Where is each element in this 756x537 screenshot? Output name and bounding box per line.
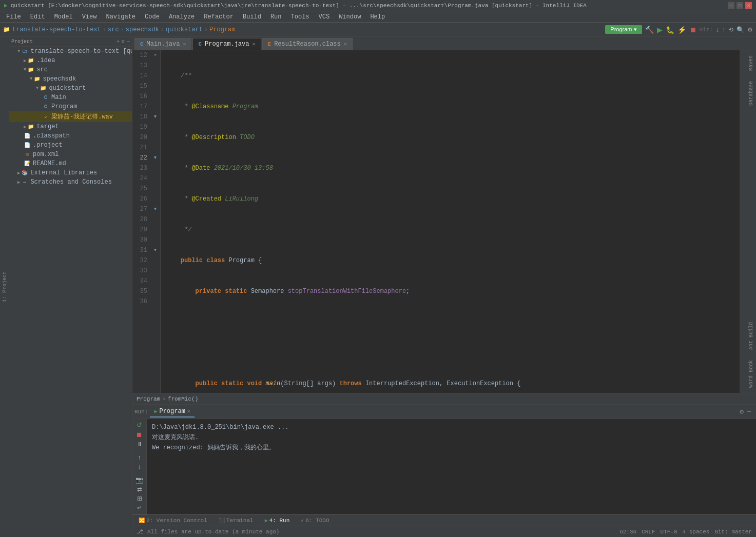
project-panel-label[interactable]: 1: Project	[1, 266, 9, 307]
menu-view[interactable]: View	[78, 12, 101, 22]
expand-button[interactable]: ⊞	[134, 495, 145, 502]
breadcrumb-from-mic[interactable]: fromMic()	[168, 396, 198, 402]
maximize-button[interactable]: □	[736, 2, 743, 9]
menu-model[interactable]: Model	[50, 12, 77, 22]
tree-item-quickstart[interactable]: ▼ 📁 quickstart	[9, 84, 132, 93]
arrow-idea: ▶	[24, 58, 26, 64]
tool-version-control[interactable]: 🔀 2: Version Control	[134, 516, 211, 525]
panel-word-book[interactable]: Word Book	[747, 355, 755, 393]
tree-item-dotproject[interactable]: 📄 .project	[9, 141, 132, 150]
panel-maven[interactable]: Maven	[747, 50, 755, 76]
status-encoding[interactable]: UTF-8	[661, 529, 677, 535]
tree-collapse-btn[interactable]: ─	[127, 39, 130, 45]
tab-result-reason[interactable]: E ResultReason.class ✕	[262, 38, 353, 50]
run-tab-close[interactable]: ✕	[187, 408, 190, 414]
menu-file[interactable]: File	[2, 12, 25, 22]
breadcrumb-speechsdk[interactable]: speechsdk	[126, 26, 159, 33]
tree-item-src[interactable]: ▼ 📁 src	[9, 65, 132, 74]
tree-settings-btn[interactable]: ⚙	[122, 38, 125, 45]
search-button[interactable]: 🔍	[736, 26, 744, 33]
tree-item-idea[interactable]: ▶ 📁 .idea	[9, 56, 132, 65]
run-tool-label: 4: Run	[269, 518, 290, 524]
soft-wrap-button[interactable]: ↵	[134, 504, 145, 511]
debug-button[interactable]: 🐛	[666, 26, 674, 34]
status-indent[interactable]: 4 spaces	[683, 529, 710, 535]
pause-button[interactable]: ⏸	[134, 441, 145, 448]
project-icon: 📁	[3, 26, 10, 33]
minimize-button[interactable]: ─	[728, 2, 734, 9]
run-button[interactable]: ▶	[657, 26, 663, 34]
run-settings-btn[interactable]: ⚙	[740, 408, 744, 416]
tab-close-program[interactable]: ✕	[252, 41, 255, 47]
scroll-up-button[interactable]: ↑	[134, 454, 145, 461]
tree-item-main[interactable]: C Main	[9, 93, 132, 102]
menu-refactor[interactable]: Refactor	[200, 12, 238, 22]
close-button[interactable]: ✕	[745, 2, 752, 9]
fold-arrow-27[interactable]: ▼	[150, 204, 160, 214]
profile-button[interactable]: ⚡	[677, 26, 686, 34]
breadcrumb-current[interactable]: Program	[209, 26, 235, 33]
breadcrumb-quickstart[interactable]: quickstart	[166, 26, 203, 33]
run-output-line-1: D:\Java\jdk1.8.0_251\bin\java.exe ...	[152, 422, 751, 432]
tab-close-main[interactable]: ✕	[183, 41, 186, 47]
rerun-button[interactable]: ↺	[134, 421, 145, 429]
tree-item-wav[interactable]: ♪ 梁静茹-我还记得.wav	[9, 111, 132, 122]
screenshot-button[interactable]: 📷	[134, 476, 145, 484]
build-button[interactable]: 🔨	[645, 26, 654, 34]
tool-terminal[interactable]: ⬛ Terminal	[215, 516, 258, 525]
tree-item-readme[interactable]: 📝 README.md	[9, 159, 132, 168]
tab-main-java[interactable]: C Main.java ✕	[134, 38, 191, 50]
menu-build[interactable]: Build	[239, 12, 265, 22]
tool-todo[interactable]: ✓ 6: TODO	[297, 516, 333, 525]
tree-item-speechsdk[interactable]: ▼ 📁 speechsdk	[9, 74, 132, 84]
scroll-down-button[interactable]: ↓	[134, 463, 145, 470]
tree-item-pom[interactable]: m pom.xml	[9, 150, 132, 159]
settings-button[interactable]: ⚙	[747, 26, 753, 33]
run-close-btn[interactable]: ─	[747, 408, 751, 415]
todo-label: 6: TODO	[305, 518, 329, 524]
favorites-label[interactable]: 2: Favorites	[0, 263, 1, 310]
status-position[interactable]: 62:36	[619, 529, 636, 535]
breadcrumb-project[interactable]: translate-speech-to-text	[12, 26, 101, 33]
vcs-update-button[interactable]: ↓	[716, 26, 719, 33]
tree-label-external-libs: External Libraries	[30, 169, 97, 176]
editor-scrollbar[interactable]	[740, 50, 746, 393]
folder-quickstart-icon: 📁	[40, 85, 47, 92]
fold-main-method[interactable]: ▼	[150, 153, 160, 163]
menu-analyze[interactable]: Analyze	[165, 12, 199, 22]
menu-help[interactable]: Help	[366, 12, 389, 22]
menu-window[interactable]: Window	[335, 12, 365, 22]
compare-button[interactable]: ⇄	[134, 486, 145, 493]
tab-close-result[interactable]: ✕	[344, 41, 347, 47]
fold-switch[interactable]: ▼	[150, 245, 160, 255]
vcs-push-button[interactable]: ↑	[722, 26, 725, 33]
tab-program-java[interactable]: C Program.java ✕	[192, 38, 261, 50]
panel-ant-build[interactable]: Ant Build	[747, 317, 755, 355]
java-program-icon: C	[42, 103, 49, 110]
menu-run[interactable]: Run	[266, 12, 286, 22]
menu-code[interactable]: Code	[141, 12, 164, 22]
stop-button[interactable]: ⏹	[689, 26, 696, 34]
tree-item-classpath[interactable]: 📄 .classpath	[9, 131, 132, 141]
tree-item-target[interactable]: ▶ 📁 target	[9, 122, 132, 131]
code-content[interactable]: /** * @Classname Program * @Description …	[161, 50, 740, 393]
breadcrumb-src[interactable]: src	[108, 26, 119, 33]
tool-run[interactable]: ▶ 4: Run	[261, 516, 294, 525]
menu-navigate[interactable]: Navigate	[102, 12, 140, 22]
classpath-icon: 📄	[24, 132, 31, 140]
menu-vcs[interactable]: VCS	[315, 12, 334, 22]
vcs-history-button[interactable]: ⟲	[728, 26, 733, 33]
run-tab-program[interactable]: ▶ Program ✕	[150, 406, 194, 417]
tree-item-program[interactable]: C Program	[9, 102, 132, 111]
tree-item-scratches[interactable]: ▶ ✏ Scratches and Consoles	[9, 177, 132, 187]
tree-item-external-libs[interactable]: ▶ 📚 External Libraries	[9, 168, 132, 177]
run-config-button[interactable]: Program ▾	[605, 25, 642, 34]
panel-database[interactable]: Database	[747, 76, 755, 111]
menu-edit[interactable]: Edit	[26, 12, 49, 22]
breadcrumb-program-class[interactable]: Program	[137, 396, 160, 402]
tree-add-btn[interactable]: +	[117, 39, 120, 45]
menu-tools[interactable]: Tools	[287, 12, 314, 22]
tree-item-project-root[interactable]: ▼ 🗂 translate-speech-to-text [quicksta	[9, 47, 132, 56]
stop-run-button[interactable]: ⏹	[134, 431, 145, 439]
status-crlf[interactable]: CRLF	[642, 529, 655, 535]
